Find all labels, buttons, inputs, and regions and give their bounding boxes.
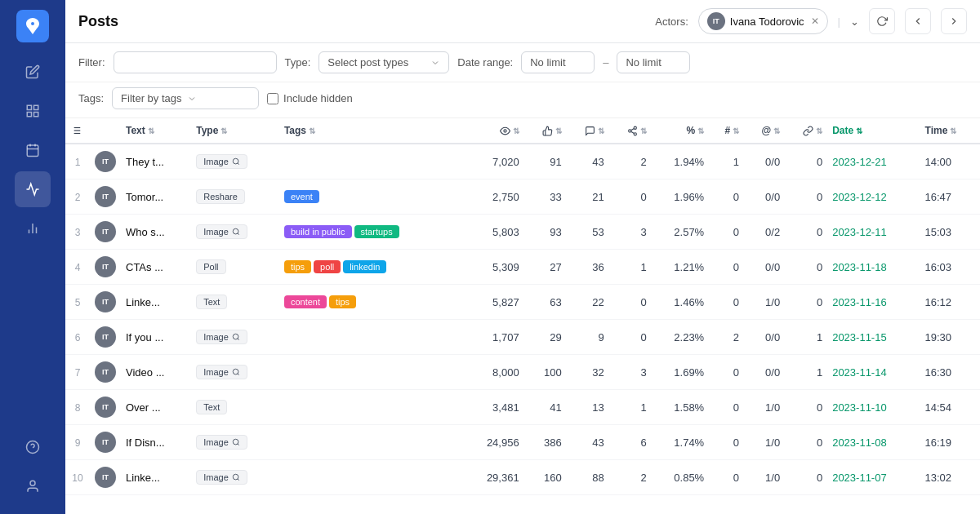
type-select[interactable]: Select post types	[318, 51, 449, 73]
row-text[interactable]: Over ...	[121, 390, 191, 425]
row-percent: 1.21%	[652, 250, 710, 285]
th-percent[interactable]: % ⇅	[652, 118, 710, 144]
tag-chip[interactable]: content	[284, 295, 327, 308]
table-row[interactable]: 5 IT Linke... Text contenttips 5,827 63 …	[65, 285, 980, 320]
row-likes: 41	[524, 390, 567, 425]
row-views: 5,827	[463, 285, 524, 320]
th-tags[interactable]: Tags ⇅	[279, 118, 463, 144]
tags-row: Tags: Filter by tags Include hidden	[65, 82, 980, 118]
tag-chip[interactable]: tips	[284, 260, 311, 273]
filter-input[interactable]	[114, 51, 277, 73]
table-container: Text ⇅ Type ⇅ Tags ⇅ ⇅	[65, 118, 980, 514]
row-type[interactable]: Text	[191, 390, 279, 425]
table-row[interactable]: 4 IT CTAs ... Poll tipspolllinkedin 5,30…	[65, 250, 980, 285]
tags-select[interactable]: Filter by tags	[112, 87, 259, 109]
row-text[interactable]: They t...	[121, 144, 191, 179]
sidebar-item-analytics[interactable]	[15, 93, 51, 129]
tag-chip[interactable]: startups	[354, 225, 399, 238]
tag-chip[interactable]: poll	[314, 260, 341, 273]
row-at: 0/0	[744, 179, 785, 215]
date-from-input[interactable]: No limit	[521, 51, 595, 73]
table-row[interactable]: 2 IT Tomor... Reshare event 2,750 33 21 …	[65, 179, 980, 215]
sidebar-item-calendar[interactable]	[15, 132, 51, 168]
row-percent: 1.46%	[652, 285, 710, 320]
actors-dropdown-button[interactable]: ⌄	[850, 16, 859, 28]
row-text[interactable]: If you ...	[121, 320, 191, 355]
include-hidden-label[interactable]: Include hidden	[267, 92, 353, 104]
tag-chip[interactable]: linkedin	[343, 260, 386, 273]
table-row[interactable]: 6 IT If you ... Image 1,707 29 9 0 2.23%…	[65, 320, 980, 355]
refresh-button[interactable]	[869, 8, 895, 34]
table-row[interactable]: 10 IT Linke... Image 29,361 160 88 2 0.8…	[65, 460, 980, 495]
row-type[interactable]: Image	[191, 355, 279, 390]
sidebar-item-edit[interactable]	[15, 54, 51, 90]
row-text[interactable]: Who s...	[121, 215, 191, 250]
th-shares[interactable]: ⇅	[609, 118, 652, 144]
row-text[interactable]: Tomor...	[121, 179, 191, 215]
row-text[interactable]: Linke...	[121, 460, 191, 495]
sidebar-item-chart[interactable]	[15, 210, 51, 246]
row-tags[interactable]: tipspolllinkedin	[279, 250, 463, 285]
tag-chip[interactable]: tips	[329, 295, 356, 308]
row-hash: 0	[709, 179, 744, 215]
svg-point-32	[233, 369, 238, 374]
th-type[interactable]: Type ⇅	[191, 118, 279, 144]
row-type[interactable]: Image	[191, 460, 279, 495]
table-row[interactable]: 8 IT Over ... Text 3,481 41 13 1 1.58% 0…	[65, 390, 980, 425]
th-views[interactable]: ⇅	[463, 118, 524, 144]
table-row[interactable]: 3 IT Who s... Image build in publicstart…	[65, 215, 980, 250]
row-views: 5,309	[463, 250, 524, 285]
th-comments[interactable]: ⇅	[567, 118, 609, 144]
row-at: 1/0	[744, 390, 785, 425]
row-tags[interactable]: contenttips	[279, 285, 463, 320]
row-tags[interactable]	[279, 355, 463, 390]
row-text[interactable]: Linke...	[121, 285, 191, 320]
actor-remove-button[interactable]: ✕	[811, 16, 819, 27]
type-label: Type:	[285, 56, 311, 69]
row-text[interactable]: CTAs ...	[121, 250, 191, 285]
row-shares: 6	[609, 425, 652, 460]
tag-chip[interactable]: build in public	[284, 225, 352, 238]
row-tags[interactable]	[279, 144, 463, 179]
th-hash[interactable]: # ⇅	[709, 118, 744, 144]
posts-table: Text ⇅ Type ⇅ Tags ⇅ ⇅	[65, 118, 980, 495]
th-text[interactable]: Text ⇅	[121, 118, 191, 144]
th-date[interactable]: Date ⇅	[827, 118, 920, 144]
row-tags[interactable]	[279, 390, 463, 425]
sidebar-item-profile[interactable]	[15, 468, 51, 504]
logo[interactable]	[16, 10, 49, 42]
svg-line-24	[630, 131, 634, 133]
row-type[interactable]: Poll	[191, 250, 279, 285]
th-time[interactable]: Time ⇅	[920, 118, 980, 144]
row-type[interactable]: Image	[191, 215, 279, 250]
th-at[interactable]: @ ⇅	[744, 118, 785, 144]
sidebar-item-help[interactable]	[15, 429, 51, 465]
table-row[interactable]: 1 IT They t... Image 7,020 91 43 2 1.94%…	[65, 144, 980, 179]
forward-button[interactable]	[941, 8, 967, 34]
row-tags[interactable]	[279, 425, 463, 460]
date-to-input[interactable]: No limit	[617, 51, 690, 73]
row-type[interactable]: Image	[191, 144, 279, 179]
row-type[interactable]: Text	[191, 285, 279, 320]
table-row[interactable]: 9 IT If Disn... Image 24,956 386 43 6 1.…	[65, 425, 980, 460]
row-tags[interactable]	[279, 320, 463, 355]
include-hidden-checkbox[interactable]	[267, 93, 278, 104]
row-text[interactable]: Video ...	[121, 355, 191, 390]
row-type[interactable]: Image	[191, 320, 279, 355]
row-type[interactable]: Image	[191, 425, 279, 460]
row-tags[interactable]: build in publicstartups	[279, 215, 463, 250]
row-text[interactable]: If Disn...	[121, 425, 191, 460]
row-type[interactable]: Reshare	[191, 179, 279, 215]
row-views: 8,000	[463, 355, 524, 390]
th-link[interactable]: ⇅	[785, 118, 827, 144]
th-likes[interactable]: ⇅	[524, 118, 567, 144]
back-button[interactable]	[905, 8, 931, 34]
row-tags[interactable]	[279, 460, 463, 495]
svg-line-25	[630, 128, 634, 130]
table-row[interactable]: 7 IT Video ... Image 8,000 100 32 3 1.69…	[65, 355, 980, 390]
row-tags[interactable]: event	[279, 179, 463, 215]
row-likes: 91	[524, 144, 567, 179]
row-comments: 36	[567, 250, 609, 285]
sidebar-item-posts[interactable]	[15, 171, 51, 207]
tag-chip[interactable]: event	[284, 190, 319, 203]
